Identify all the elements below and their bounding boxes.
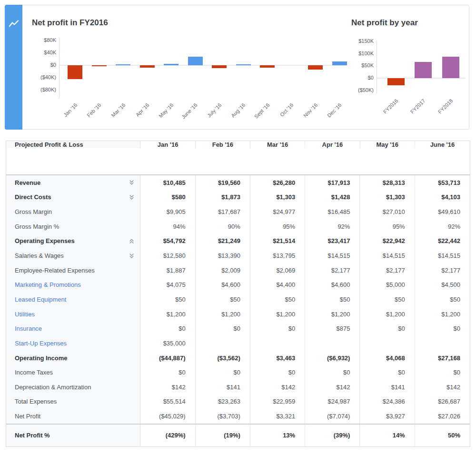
chevron-double-up-icon[interactable] [129, 238, 134, 244]
table-footer: Net Profit %(429%)(19%)13%(39%)14%50% [6, 424, 470, 446]
cell-value: $21,514 [250, 234, 305, 249]
cell-value: $24,977 [250, 204, 305, 219]
row-label-cell: Gross Margin [6, 204, 140, 219]
column-header-mar-16: Mar '16 [250, 141, 305, 148]
yearly-chart-title: Net profit by year [351, 18, 418, 28]
row-label[interactable]: Start-Up Expenses [15, 340, 67, 347]
x-tick-label: Oct '16 [267, 102, 295, 130]
cell-value: $2,177 [305, 263, 360, 278]
cell-value: $1,200 [140, 307, 195, 322]
row-label[interactable]: Leased Equipment [15, 296, 66, 303]
cell-value: $4,075 [140, 277, 195, 292]
cell-value: ($3,562) [196, 351, 250, 365]
cell-value: $50 [415, 292, 470, 307]
chevron-double-down-icon[interactable] [129, 253, 134, 259]
cell-value: $22,942 [360, 234, 415, 249]
cell-value: $2,069 [250, 263, 305, 278]
chart-panel-tab[interactable] [5, 5, 22, 130]
cell-value: $1,200 [196, 307, 250, 322]
cell-value: $55,514 [140, 395, 195, 409]
table-row-operating-expenses: Operating Expenses$54,792$21,249$21,514$… [6, 234, 470, 249]
y-tick-label: ($80K) [26, 87, 56, 92]
cell-value: $0 [196, 365, 250, 380]
cell-value: $21,249 [196, 234, 250, 249]
y-tick-label: ($40K) [26, 74, 56, 80]
table-row-insurance: Insurance$0$0$0$875$0$0 [6, 321, 470, 336]
row-label-cell: Revenue [6, 175, 140, 190]
cell-value: $24,386 [360, 395, 415, 409]
net-profit-charts-card: Net profit in FY2016 Net profit by year … [5, 5, 469, 130]
cell-value: $24,987 [305, 395, 360, 409]
cell-value: $17,687 [196, 204, 250, 219]
column-header-may-16: May '16 [360, 141, 415, 148]
cell-value: $142 [250, 380, 305, 395]
chevron-double-down-icon[interactable] [129, 194, 134, 200]
y-tick-label: $80K [26, 37, 56, 43]
row-label[interactable]: Insurance [15, 325, 42, 332]
cell-value: $0 [250, 365, 305, 380]
cell-value: $14,515 [415, 248, 470, 263]
y-tick-label: $40K [26, 50, 56, 55]
cell-value: $12,580 [140, 248, 195, 263]
cell-value: $0 [360, 321, 415, 336]
bar-feb-16 [92, 65, 107, 66]
chevron-double-down-icon[interactable] [129, 180, 134, 185]
cell-value: $1,873 [196, 190, 250, 205]
table-row-start-up-expenses: Start-Up Expenses$35,000 [6, 336, 470, 351]
cell-value: $22,959 [250, 395, 305, 409]
cell-value: $10,485 [140, 175, 195, 190]
cell-value [360, 336, 415, 351]
cell-value: $0 [140, 365, 195, 380]
y-tick-label: $0 [343, 75, 374, 81]
table-row-gross-margin: Gross Margin %94%90%95%92%95%92% [6, 219, 470, 234]
bar-jan-16 [68, 65, 82, 79]
cell-value: $23,417 [305, 234, 360, 249]
table-row-salaries-wages: Salaries & Wages$12,580$13,390$13,795$14… [6, 248, 470, 263]
cell-value: $1,887 [140, 263, 195, 278]
row-label[interactable]: Utilities [15, 311, 35, 318]
cell-value: $1,303 [360, 190, 415, 205]
row-label: Total Expenses [15, 398, 57, 405]
cell-value: $142 [305, 380, 360, 395]
table-row-marketing-promotions: Marketing & Promotions$4,075$4,600$4,400… [6, 277, 470, 292]
row-label: Gross Margin [15, 208, 52, 215]
cell-value: $4,600 [196, 277, 250, 292]
y-tick-label: $0 [26, 62, 56, 68]
cell-value: $1,428 [305, 190, 360, 205]
monthly-chart-title: Net profit in FY2016 [32, 18, 108, 28]
cell-value: 50% [415, 425, 470, 446]
cell-value: $54,792 [140, 234, 195, 249]
row-label: Direct Costs [15, 193, 51, 201]
row-label-cell: Income Taxes [6, 365, 140, 380]
bar-apr-16 [140, 65, 155, 68]
cell-value: 13% [250, 425, 305, 446]
row-label: Gross Margin % [15, 223, 59, 230]
cell-value: $142 [415, 380, 470, 395]
monthly-net-profit-chart: Jan '16Feb '16Mar '16Apr '16May '16June … [59, 38, 346, 98]
cell-value: $1,200 [415, 307, 470, 322]
table-row-total-expenses: Total Expenses$55,514$23,263$22,959$24,9… [6, 395, 470, 409]
table-row-net-profit: Net Profit($45,029)($3,703)$3,321($7,074… [6, 409, 470, 424]
table-row-revenue: Revenue$10,485$19,560$26,280$17,913$28,3… [6, 175, 470, 190]
y-tick-label: $150K [343, 38, 374, 44]
x-tick-label: June '16 [171, 102, 198, 130]
cell-value: $27,026 [415, 409, 470, 424]
table-row-utilities: Utilities$1,200$1,200$1,200$1,200$1,200$… [6, 307, 470, 322]
cell-value: $141 [360, 380, 415, 395]
row-label: Operating Income [15, 355, 68, 362]
table-row-depreciation-amortization: Depreciation & Amortization$142$141$142$… [6, 380, 470, 395]
table-body: Revenue$10,485$19,560$26,280$17,913$28,3… [6, 174, 470, 424]
row-label[interactable]: Marketing & Promotions [15, 281, 81, 288]
cell-value: $3,321 [250, 409, 305, 424]
row-label-cell: Operating Expenses [6, 234, 140, 249]
bar-aug-16 [236, 64, 251, 65]
bar-mar-16 [116, 64, 130, 65]
cell-value: 94% [140, 219, 195, 234]
cell-value [250, 336, 305, 351]
cell-value: $13,795 [250, 248, 305, 263]
row-label: Employee-Related Expenses [15, 267, 95, 274]
x-tick-label: Sept '16 [243, 102, 270, 130]
cell-value: $5,000 [360, 277, 415, 292]
x-tick-label: Apr '16 [123, 102, 150, 130]
cell-value: $1,200 [360, 307, 415, 322]
